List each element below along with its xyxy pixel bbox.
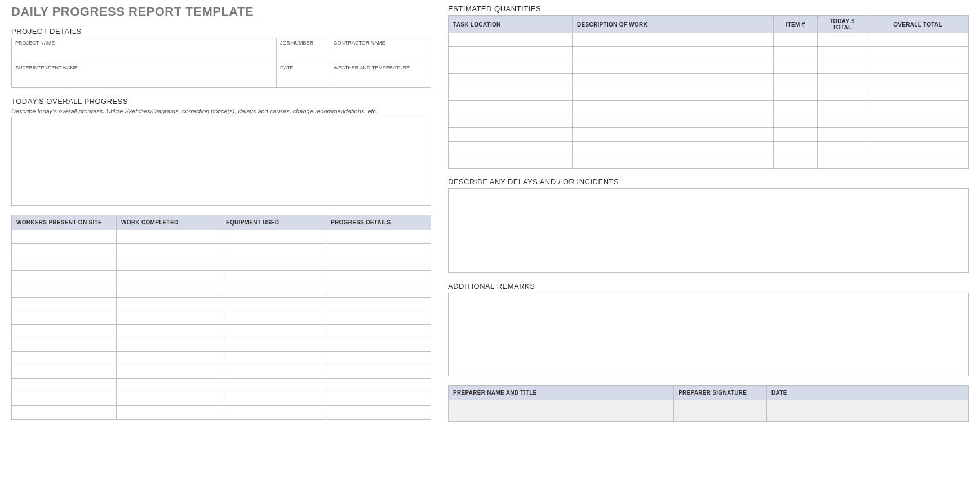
cell-details[interactable] [326,230,431,244]
cell-overallTotal[interactable] [867,128,969,142]
cell-details[interactable] [326,352,431,365]
cell-item[interactable] [774,74,818,87]
cell-overallTotal[interactable] [867,87,969,101]
cell-details[interactable] [326,392,431,406]
field-job-number[interactable] [277,46,330,63]
cell-item[interactable] [774,114,818,128]
cell-overallTotal[interactable] [867,74,969,87]
cell-item[interactable] [774,60,818,74]
cell-details[interactable] [326,365,431,379]
cell-todaysTotal[interactable] [818,142,867,155]
field-project-name[interactable] [12,46,277,63]
cell-equipment[interactable] [221,230,326,244]
cell-details[interactable] [326,338,431,352]
field-preparer-date[interactable] [767,400,969,422]
cell-details[interactable] [326,406,431,420]
cell-workers[interactable] [12,244,117,257]
cell-completed[interactable] [117,379,221,392]
cell-completed[interactable] [117,230,221,244]
cell-item[interactable] [774,33,818,47]
cell-overallTotal[interactable] [867,155,969,169]
cell-details[interactable] [326,311,431,325]
cell-workers[interactable] [12,311,117,325]
cell-description[interactable] [573,142,774,155]
cell-taskLocation[interactable] [449,128,573,142]
cell-description[interactable] [573,47,774,60]
cell-equipment[interactable] [221,244,326,257]
cell-workers[interactable] [12,338,117,352]
field-superintendent-name[interactable] [12,71,277,88]
cell-details[interactable] [326,379,431,392]
cell-workers[interactable] [12,325,117,338]
cell-overallTotal[interactable] [867,47,969,60]
cell-overallTotal[interactable] [867,60,969,74]
cell-workers[interactable] [12,392,117,406]
field-weather[interactable] [330,71,431,88]
cell-description[interactable] [573,114,774,128]
cell-taskLocation[interactable] [449,114,573,128]
cell-description[interactable] [573,155,774,169]
cell-description[interactable] [573,87,774,101]
cell-completed[interactable] [117,392,221,406]
cell-todaysTotal[interactable] [818,155,867,169]
cell-todaysTotal[interactable] [818,114,867,128]
cell-equipment[interactable] [221,257,326,271]
cell-workers[interactable] [12,271,117,284]
cell-item[interactable] [774,101,818,114]
cell-description[interactable] [573,60,774,74]
cell-workers[interactable] [12,365,117,379]
cell-equipment[interactable] [221,284,326,298]
cell-description[interactable] [573,74,774,87]
cell-equipment[interactable] [221,379,326,392]
cell-description[interactable] [573,33,774,47]
cell-completed[interactable] [117,298,221,311]
cell-taskLocation[interactable] [449,60,573,74]
field-preparer-name[interactable] [449,400,674,422]
cell-taskLocation[interactable] [449,87,573,101]
cell-equipment[interactable] [221,352,326,365]
cell-item[interactable] [774,155,818,169]
cell-equipment[interactable] [221,271,326,284]
cell-completed[interactable] [117,325,221,338]
overall-progress-field[interactable] [11,117,431,206]
cell-completed[interactable] [117,338,221,352]
cell-equipment[interactable] [221,338,326,352]
cell-workers[interactable] [12,284,117,298]
cell-equipment[interactable] [221,311,326,325]
cell-todaysTotal[interactable] [818,47,867,60]
cell-taskLocation[interactable] [449,33,573,47]
cell-equipment[interactable] [221,406,326,420]
cell-completed[interactable] [117,406,221,420]
cell-details[interactable] [326,325,431,338]
cell-todaysTotal[interactable] [818,87,867,101]
cell-item[interactable] [774,47,818,60]
cell-taskLocation[interactable] [449,155,573,169]
field-contractor-name[interactable] [330,46,431,63]
cell-workers[interactable] [12,230,117,244]
cell-overallTotal[interactable] [867,33,969,47]
cell-details[interactable] [326,298,431,311]
cell-workers[interactable] [12,257,117,271]
cell-workers[interactable] [12,406,117,420]
cell-description[interactable] [573,101,774,114]
cell-workers[interactable] [12,352,117,365]
cell-overallTotal[interactable] [867,101,969,114]
cell-equipment[interactable] [221,392,326,406]
cell-completed[interactable] [117,365,221,379]
cell-workers[interactable] [12,298,117,311]
cell-taskLocation[interactable] [449,47,573,60]
cell-taskLocation[interactable] [449,101,573,114]
cell-item[interactable] [774,128,818,142]
cell-workers[interactable] [12,379,117,392]
cell-item[interactable] [774,87,818,101]
cell-equipment[interactable] [221,325,326,338]
cell-todaysTotal[interactable] [818,74,867,87]
cell-todaysTotal[interactable] [818,128,867,142]
cell-details[interactable] [326,271,431,284]
delays-field[interactable] [448,188,969,273]
field-date[interactable] [277,71,330,88]
cell-overallTotal[interactable] [867,114,969,128]
cell-equipment[interactable] [221,365,326,379]
cell-details[interactable] [326,257,431,271]
cell-taskLocation[interactable] [449,74,573,87]
